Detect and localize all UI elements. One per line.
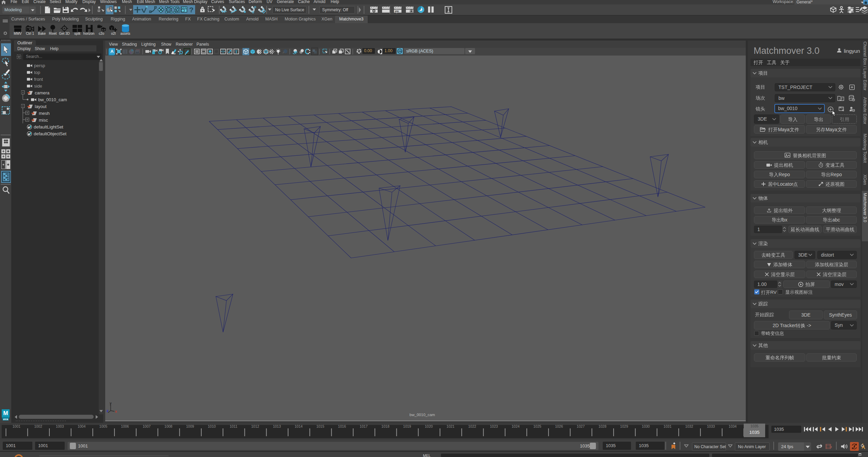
svg-text:1021: 1021	[446, 425, 455, 428]
svg-text:IPR: IPR	[395, 10, 399, 13]
svg-text:1029: 1029	[620, 425, 628, 428]
svg-text:1034: 1034	[729, 425, 737, 428]
svg-text:1007: 1007	[143, 425, 151, 428]
svg-text:1023: 1023	[490, 425, 498, 428]
svg-text:1004: 1004	[78, 425, 86, 428]
svg-text:1005: 1005	[99, 425, 108, 428]
svg-text:1031: 1031	[664, 425, 672, 428]
svg-text:1013: 1013	[273, 425, 281, 428]
svg-text:1018: 1018	[381, 425, 390, 428]
svg-text:1001: 1001	[13, 425, 21, 428]
svg-text:1010: 1010	[208, 425, 216, 428]
svg-text:1002: 1002	[34, 425, 42, 428]
svg-text:?: ?	[189, 6, 194, 14]
svg-text:1022: 1022	[468, 425, 476, 428]
svg-text:x: x	[115, 410, 117, 413]
svg-text:1003: 1003	[56, 425, 64, 428]
svg-text:AYA: AYA	[3, 418, 9, 421]
svg-text:1012: 1012	[251, 425, 259, 428]
svg-text:1030: 1030	[642, 425, 650, 428]
svg-text:T: T	[235, 49, 238, 54]
svg-text:1024: 1024	[512, 425, 520, 428]
svg-text:y: y	[110, 402, 112, 405]
svg-text:1027: 1027	[577, 425, 585, 428]
svg-text:1032: 1032	[685, 425, 693, 428]
svg-text:M: M	[3, 410, 8, 416]
svg-text:1009: 1009	[186, 425, 194, 428]
svg-text:1026: 1026	[555, 425, 563, 428]
svg-text:1016: 1016	[338, 425, 346, 428]
svg-text:1028: 1028	[598, 425, 606, 428]
svg-text:1011: 1011	[230, 425, 237, 428]
svg-text:1008: 1008	[164, 425, 173, 428]
svg-text:1033: 1033	[707, 425, 715, 428]
svg-text:ON: ON	[398, 50, 401, 52]
svg-text:z: z	[107, 409, 108, 413]
svg-text:1014: 1014	[295, 425, 303, 428]
svg-text:1025: 1025	[533, 425, 541, 428]
svg-text:1015: 1015	[316, 425, 325, 428]
svg-text:1006: 1006	[121, 425, 129, 428]
svg-text:1017: 1017	[360, 425, 368, 428]
svg-text:1019: 1019	[403, 425, 411, 428]
svg-text:1020: 1020	[425, 425, 433, 428]
